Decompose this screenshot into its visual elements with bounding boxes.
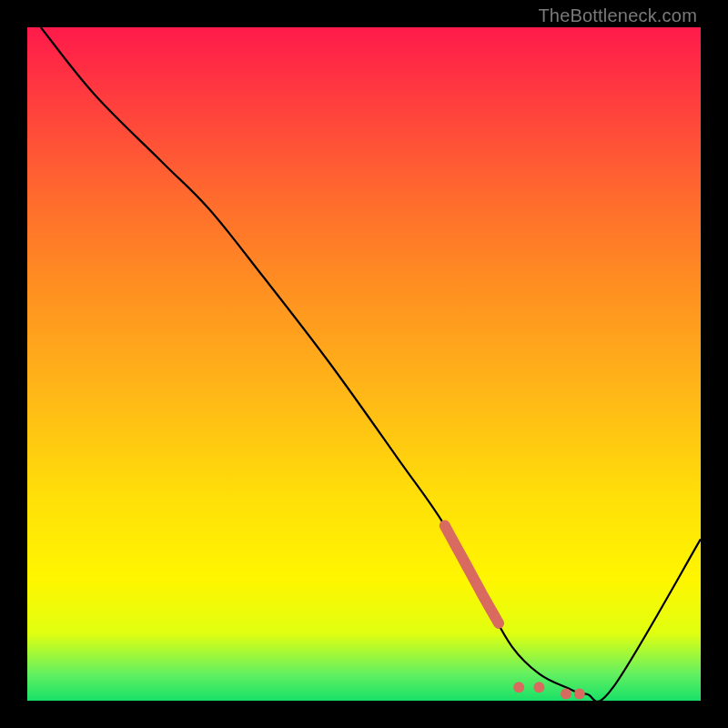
chart-frame: TheBottleneck.com <box>0 0 728 728</box>
plot-area <box>27 27 701 701</box>
watermark-text: TheBottleneck.com <box>538 5 697 26</box>
